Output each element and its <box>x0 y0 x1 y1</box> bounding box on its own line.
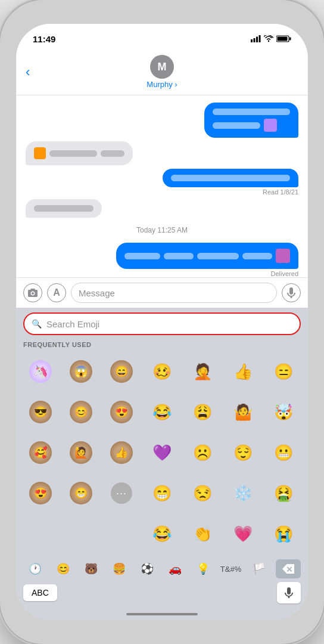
emoji-sad[interactable]: ☹️ <box>183 433 222 472</box>
contact-info[interactable]: M Murphy › <box>147 55 177 89</box>
phone-frame: 11:49 <box>0 0 324 644</box>
emoji-rolling-laugh[interactable]: 🥴 <box>142 352 182 391</box>
input-bar: A Message <box>16 277 308 308</box>
emoji-keyboard: 🔍 Search Emoji FREQUENTLY USED 🦄 😱 <box>16 308 308 620</box>
phone-screen: 11:49 <box>16 24 308 620</box>
svg-rect-0 <box>251 39 253 42</box>
memoji-thumbsup-face[interactable]: 👍 <box>102 433 141 472</box>
emoji-cry[interactable]: 😭 <box>264 514 303 553</box>
emoji-mind-blown[interactable]: 🤯 <box>264 392 303 432</box>
abc-button[interactable]: ABC <box>23 584 57 601</box>
messages-area: Read 1/8/21 Today 11:25 AM Deliv <box>16 95 308 277</box>
status-bar: 11:49 <box>16 24 308 50</box>
status-icons <box>251 35 291 42</box>
mic-icon <box>284 587 294 599</box>
read-status: Read 1/8/21 <box>263 188 298 196</box>
emoji-neutral[interactable]: 😑 <box>264 352 303 391</box>
message-row <box>26 103 298 138</box>
message-input[interactable]: Message <box>71 283 277 303</box>
notch <box>111 0 213 17</box>
signal-icon <box>251 35 261 42</box>
flag-category[interactable]: 🏳️ <box>248 559 270 578</box>
camera-button[interactable] <box>23 283 42 302</box>
emoji-sparkling-heart[interactable]: 💗 <box>223 514 263 553</box>
emoji-laugh2[interactable]: 😂 <box>142 514 182 553</box>
svg-rect-1 <box>254 38 256 42</box>
delivered-status: Delivered <box>271 270 298 277</box>
emoji-snowflake[interactable]: ❄️ <box>223 473 263 513</box>
message-row <box>26 199 298 218</box>
smiley-category[interactable]: 😊 <box>52 559 74 578</box>
emoji-purple-heart[interactable]: 💜 <box>142 433 182 472</box>
audio-icon <box>286 287 296 298</box>
back-button[interactable]: ‹ <box>26 64 30 80</box>
svg-rect-2 <box>256 37 258 43</box>
memoji-wave[interactable]: 🙋 <box>61 433 101 472</box>
delete-icon <box>282 564 294 574</box>
emoji-grimace[interactable]: 😬 <box>264 433 303 472</box>
battery-icon <box>276 35 291 42</box>
memoji-happy[interactable]: 😊 <box>61 392 101 432</box>
emoji-categories: 🕐 😊 🐻 🍔 ⚽ 🚗 💡 T&#% 🏳️ <box>16 556 308 580</box>
emoji-unamused[interactable]: 😒 <box>183 473 222 513</box>
search-icon: 🔍 <box>32 319 42 329</box>
audio-button[interactable] <box>282 283 301 302</box>
symbol-category[interactable]: T&#% <box>220 559 242 578</box>
emoji-shrug[interactable]: 🤷 <box>223 392 263 432</box>
home-bar-line <box>126 613 198 615</box>
activity-category[interactable]: ⚽ <box>136 559 158 578</box>
message-row: Read 1/8/21 <box>26 169 298 196</box>
emoji-search-bar[interactable]: 🔍 Search Emoji <box>23 312 301 335</box>
mic-button[interactable] <box>277 582 301 603</box>
memoji-unicorn[interactable]: 🦄 <box>21 352 60 391</box>
search-placeholder: Search Emoji <box>46 319 99 329</box>
message-row <box>26 141 298 165</box>
svg-point-8 <box>32 292 34 295</box>
emoji-grid: 🦄 😱 😄 🥴 🤦 👍 😑 😎 😊 <box>16 349 308 556</box>
contact-name: Murphy › <box>147 80 177 89</box>
memoji-sunglasses[interactable]: 😎 <box>21 392 60 432</box>
memoji-surprised[interactable]: 😱 <box>61 352 101 391</box>
object-category[interactable]: 💡 <box>192 559 214 578</box>
more-memoji[interactable]: ··· <box>111 482 132 504</box>
nav-bar: ‹ M Murphy › <box>16 50 308 95</box>
freq-label: FREQUENTLY USED <box>16 339 308 349</box>
svg-rect-6 <box>289 38 291 41</box>
delete-button[interactable] <box>276 559 301 578</box>
memoji-blush[interactable]: 😍 <box>102 392 141 432</box>
travel-category[interactable]: 🚗 <box>164 559 186 578</box>
emoji-tired[interactable]: 😩 <box>183 392 222 432</box>
emoji-nauseated[interactable]: 🤮 <box>264 473 303 513</box>
status-time: 11:49 <box>33 34 55 44</box>
memoji-hearts[interactable]: 🥰 <box>21 433 60 472</box>
memoji-sunheart[interactable]: 😍 <box>21 473 60 513</box>
recent-category[interactable]: 🕐 <box>24 559 46 578</box>
memoji-brunette[interactable]: 😄 <box>102 352 141 391</box>
apps-icon: A <box>53 287 60 298</box>
message-row: Delivered <box>26 243 298 277</box>
memoji-dots[interactable]: ··· <box>102 473 141 513</box>
emoji-grin[interactable]: 😁 <box>142 473 182 513</box>
emoji-clap[interactable]: 👏 <box>183 514 222 553</box>
emoji-facepalm[interactable]: 🤦 <box>183 352 222 391</box>
avatar: M <box>150 55 174 79</box>
food-category[interactable]: 🍔 <box>108 559 130 578</box>
camera-icon <box>28 289 38 297</box>
animal-category[interactable]: 🐻 <box>80 559 102 578</box>
emoji-search-row: 🔍 Search Emoji <box>16 308 308 339</box>
memoji-smile2[interactable]: 😁 <box>61 473 101 513</box>
timestamp: Today 11:25 AM <box>26 226 298 234</box>
svg-point-4 <box>268 41 269 42</box>
home-bar <box>16 608 308 620</box>
keyboard-bottom-row: ABC <box>16 580 308 608</box>
emoji-thumbsup[interactable]: 👍 <box>223 352 263 391</box>
svg-rect-7 <box>278 37 288 41</box>
wifi-icon <box>264 35 273 42</box>
apps-button[interactable]: A <box>47 283 66 302</box>
emoji-relieved[interactable]: 😌 <box>223 433 263 472</box>
svg-rect-3 <box>259 35 261 42</box>
message-placeholder: Message <box>79 288 115 298</box>
emoji-laugh-cry[interactable]: 😂 <box>142 392 182 432</box>
